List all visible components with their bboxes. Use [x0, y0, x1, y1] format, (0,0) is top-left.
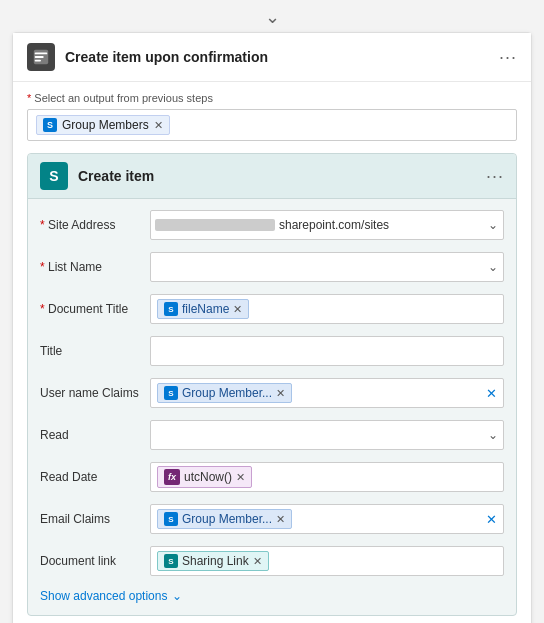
- user-name-claims-icon: S: [164, 386, 178, 400]
- group-members-icon: [43, 118, 57, 132]
- utcnow-label: utcNow(): [184, 470, 232, 484]
- advanced-options-button[interactable]: Show advanced options: [40, 589, 167, 603]
- sub-card-icon: S: [40, 162, 68, 190]
- site-address-label: Site Address: [40, 218, 150, 232]
- filename-icon: S: [164, 302, 178, 316]
- email-claims-row: Email Claims S Group Member... ✕ ✕: [40, 501, 504, 537]
- group-members-token: Group Members ✕: [36, 115, 170, 135]
- sub-card-header: S Create item ···: [28, 154, 516, 199]
- user-name-claims-clear[interactable]: ✕: [486, 386, 497, 401]
- main-card-menu-button[interactable]: ···: [499, 47, 517, 68]
- site-address-suffix: sharepoint.com/sites: [279, 218, 389, 232]
- email-claims-input[interactable]: S Group Member... ✕ ✕: [150, 504, 504, 534]
- top-chevron-icon: ⌄: [0, 0, 544, 32]
- email-claims-icon: S: [164, 512, 178, 526]
- output-token-box[interactable]: Group Members ✕: [27, 109, 517, 141]
- read-date-input[interactable]: fx utcNow() ✕: [150, 462, 504, 492]
- advanced-options-chevron: ⌄: [172, 589, 182, 603]
- read-label: Read: [40, 428, 150, 442]
- user-name-claims-value: Group Member...: [182, 386, 272, 400]
- read-date-label: Read Date: [40, 470, 150, 484]
- group-members-close[interactable]: ✕: [154, 120, 163, 131]
- document-link-row: Document link S Sharing Link ✕: [40, 543, 504, 579]
- utcnow-token: fx utcNow() ✕: [157, 466, 252, 488]
- read-date-row: Read Date fx utcNow() ✕: [40, 459, 504, 495]
- sub-card-title: Create item: [78, 168, 486, 184]
- filename-label: fileName: [182, 302, 229, 316]
- user-name-claims-row: User name Claims S Group Member... ✕ ✕: [40, 375, 504, 411]
- document-link-input[interactable]: S Sharing Link ✕: [150, 546, 504, 576]
- main-card-header: Create item upon confirmation ···: [13, 33, 531, 82]
- list-name-wrapper[interactable]: Confirmation List ⌄: [150, 252, 504, 282]
- user-name-claims-token: S Group Member... ✕: [157, 383, 292, 403]
- group-members-label: Group Members: [62, 118, 149, 132]
- header-icon: [27, 43, 55, 71]
- site-address-row: Site Address sharepoint.com/sites ⌄: [40, 207, 504, 243]
- list-name-input[interactable]: Confirmation List: [150, 252, 504, 282]
- email-claims-clear[interactable]: ✕: [486, 512, 497, 527]
- sub-card-menu-button[interactable]: ···: [486, 166, 504, 187]
- document-title-label: Document Title: [40, 302, 150, 316]
- main-card-title: Create item upon confirmation: [65, 49, 499, 65]
- document-title-input[interactable]: S fileName ✕: [150, 294, 504, 324]
- site-address-input[interactable]: sharepoint.com/sites: [150, 210, 504, 240]
- sharing-link-token: S Sharing Link ✕: [157, 551, 269, 571]
- sub-card-body: Site Address sharepoint.com/sites ⌄ List…: [28, 199, 516, 615]
- title-input[interactable]: [150, 336, 504, 366]
- list-name-label: List Name: [40, 260, 150, 274]
- sharing-link-close[interactable]: ✕: [253, 556, 262, 567]
- filename-token: S fileName ✕: [157, 299, 249, 319]
- site-address-blur: [155, 219, 275, 231]
- read-row: Read Yes ⌄: [40, 417, 504, 453]
- email-claims-token-close[interactable]: ✕: [276, 514, 285, 525]
- read-input[interactable]: Yes: [150, 420, 504, 450]
- user-name-claims-input[interactable]: S Group Member... ✕ ✕: [150, 378, 504, 408]
- email-claims-label: Email Claims: [40, 512, 150, 526]
- filename-close[interactable]: ✕: [233, 304, 242, 315]
- title-row: Title: [40, 333, 504, 369]
- select-output-label: * Select an output from previous steps: [27, 92, 517, 104]
- list-name-row: List Name Confirmation List ⌄: [40, 249, 504, 285]
- read-wrapper[interactable]: Yes ⌄: [150, 420, 504, 450]
- sharing-link-label: Sharing Link: [182, 554, 249, 568]
- document-title-row: Document Title S fileName ✕: [40, 291, 504, 327]
- advanced-options-section[interactable]: Show advanced options ⌄: [40, 589, 504, 603]
- create-item-card: S Create item ··· Site Address sharepoin…: [27, 153, 517, 616]
- email-claims-token: S Group Member... ✕: [157, 509, 292, 529]
- utcnow-close[interactable]: ✕: [236, 472, 245, 483]
- sharing-link-icon: S: [164, 554, 178, 568]
- title-label: Title: [40, 344, 150, 358]
- user-name-claims-token-close[interactable]: ✕: [276, 388, 285, 399]
- email-claims-value: Group Member...: [182, 512, 272, 526]
- main-card-body: * Select an output from previous steps G…: [13, 82, 531, 623]
- user-name-claims-label: User name Claims: [40, 386, 150, 400]
- site-address-field-wrapper[interactable]: sharepoint.com/sites ⌄: [150, 210, 504, 240]
- utcnow-icon: fx: [164, 469, 180, 485]
- document-link-label: Document link: [40, 554, 150, 568]
- main-card: Create item upon confirmation ··· * Sele…: [12, 32, 532, 623]
